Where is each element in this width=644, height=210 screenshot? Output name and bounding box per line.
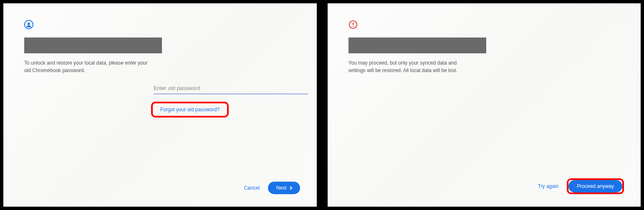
next-button-label: Next [276,185,287,191]
old-password-input[interactable] [154,82,308,94]
try-again-button[interactable]: Try again [538,183,559,189]
screen-content: You may proceed, but only your synced da… [328,3,641,207]
chevron-right-icon [288,186,292,190]
cancel-button[interactable]: Cancel [244,185,259,191]
next-button[interactable]: Next [268,182,300,194]
redacted-title [24,38,162,53]
proceed-button-label: Proceed anyway [577,183,614,189]
screen-content: To unlock and restore your local data, p… [3,3,317,207]
forgot-password-link[interactable]: Forgot your old password? [153,103,227,116]
unlock-instruction-text: To unlock and restore your local data, p… [24,59,149,74]
screen-unlock-restore: To unlock and restore your local data, p… [0,0,320,210]
proceed-anyway-button[interactable]: Proceed anyway [568,180,622,192]
warning-instruction-text: You may proceed, but only your synced da… [349,59,474,74]
forgot-password-highlight: Forgot your old password? [151,102,229,118]
proceed-button-highlight: Proceed anyway [567,178,624,194]
footer-actions: Try again Proceed anyway [538,178,624,194]
svg-rect-4 [353,26,354,27]
screen-proceed-warning: You may proceed, but only your synced da… [324,0,644,210]
warning-icon [349,20,358,29]
account-icon [24,20,33,29]
svg-rect-3 [353,22,354,25]
password-input-row [154,82,308,94]
footer-actions: Cancel Next [244,182,300,194]
svg-point-1 [28,22,30,25]
redacted-title [349,38,486,53]
